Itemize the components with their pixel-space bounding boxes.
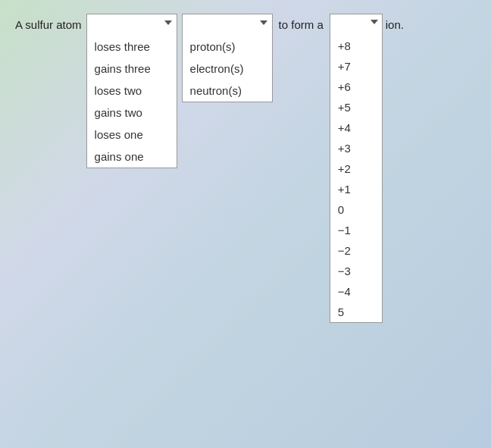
- charge-dropdown[interactable]: +8 +7 +6 +5 +4 +3 +2 +1 0 −1 −2 −3 −4 5: [330, 14, 383, 323]
- charge-item-10[interactable]: −1: [330, 220, 382, 240]
- particle-dropdown-arrow: [260, 20, 267, 25]
- charge-item-9[interactable]: 0: [330, 199, 382, 220]
- charge-item-3[interactable]: +6: [330, 77, 382, 97]
- connector-text: to form a: [273, 14, 330, 31]
- suffix-text: ion.: [383, 14, 404, 31]
- action-dropdown-item-1[interactable]: loses three: [87, 36, 177, 58]
- particle-dropdown-header[interactable]: [183, 14, 272, 36]
- action-dropdown-item-5[interactable]: loses one: [87, 124, 177, 146]
- particle-dropdown-item-3[interactable]: neutron(s): [183, 80, 272, 102]
- charge-item-14[interactable]: 5: [330, 302, 382, 322]
- charge-item-8[interactable]: +1: [330, 179, 382, 199]
- charge-item-5[interactable]: +4: [330, 117, 382, 138]
- prefix-text: A sulfur atom: [15, 14, 82, 31]
- charge-item-11[interactable]: −2: [330, 240, 382, 261]
- charge-dropdown-header[interactable]: [330, 14, 382, 36]
- particle-dropdown-item-1[interactable]: proton(s): [183, 36, 272, 58]
- charge-item-12[interactable]: −3: [330, 261, 382, 281]
- particle-dropdown[interactable]: proton(s) electron(s) neutron(s): [182, 14, 273, 102]
- charge-item-2[interactable]: +7: [330, 56, 382, 77]
- particle-dropdown-item-2[interactable]: electron(s): [183, 58, 272, 80]
- action-dropdown-header[interactable]: [87, 14, 177, 36]
- charge-item-1[interactable]: +8: [330, 36, 382, 56]
- action-dropdown[interactable]: loses three gains three loses two gains …: [86, 14, 177, 168]
- action-dropdown-item-3[interactable]: loses two: [87, 80, 177, 102]
- action-dropdown-arrow: [164, 20, 172, 25]
- action-dropdown-item-4[interactable]: gains two: [87, 102, 177, 124]
- charge-dropdown-arrow: [371, 20, 378, 24]
- charge-item-7[interactable]: +2: [330, 158, 382, 179]
- charge-item-13[interactable]: −4: [330, 281, 382, 302]
- charge-item-6[interactable]: +3: [330, 138, 382, 158]
- action-dropdown-item-2[interactable]: gains three: [87, 58, 177, 80]
- charge-item-4[interactable]: +5: [330, 97, 382, 117]
- action-dropdown-item-6[interactable]: gains one: [87, 146, 177, 168]
